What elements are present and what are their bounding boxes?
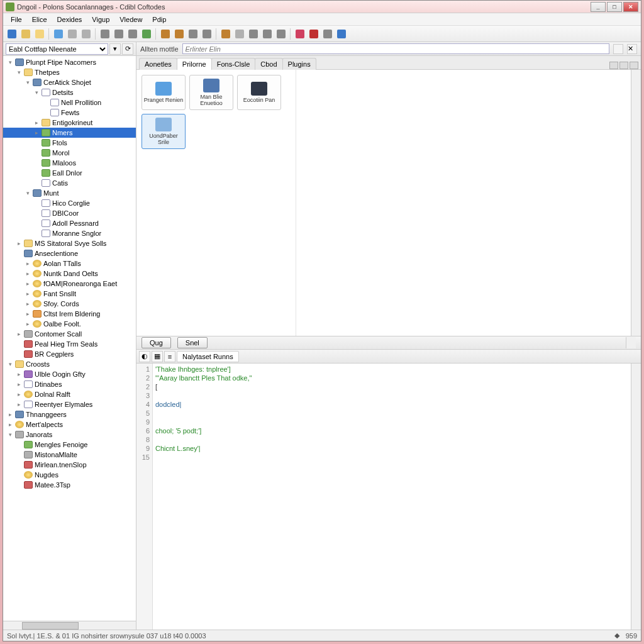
midbar-scroll-icon[interactable] [626, 337, 636, 348]
run-icon[interactable] [201, 28, 213, 40]
menu-pdip[interactable]: Pdip [147, 14, 171, 25]
expander-icon[interactable]: ▸ [16, 391, 22, 397]
expander-icon[interactable]: ▸ [25, 260, 31, 267]
itempane-vscroll[interactable] [631, 70, 641, 336]
tree-node[interactable]: ▸Contomer Scall [3, 329, 136, 339]
expander-icon[interactable]: ▸ [16, 371, 22, 377]
maximize-button[interactable]: □ [607, 2, 622, 12]
expander-icon[interactable]: ▾ [7, 59, 13, 65]
tree-node[interactable]: Moranne Snglor [3, 228, 136, 238]
tree-node[interactable]: ▸Thnanggeers [3, 409, 136, 419]
tree-node[interactable]: ▾Thetpes [3, 67, 136, 77]
menu-file[interactable]: File [6, 14, 27, 25]
expander-icon[interactable]: ▾ [25, 190, 31, 196]
editor-vscroll[interactable] [631, 364, 641, 630]
expander-icon[interactable]: ▸ [16, 401, 22, 408]
tree-node[interactable]: Adoll Pessnard [3, 218, 136, 228]
sidebar-collapse-button[interactable]: ▾ [109, 43, 121, 55]
grid-item[interactable]: Man Blie Enuetioo [189, 75, 233, 110]
tree-node[interactable]: ▾Munt [3, 188, 136, 198]
tree-node[interactable]: ▸Reentyer Elymales [3, 399, 136, 409]
filter-input[interactable] [182, 43, 609, 54]
tree-node[interactable]: ▸Oalbe Foolt. [3, 319, 136, 329]
expander-icon[interactable]: ▸ [25, 270, 31, 277]
tree-node[interactable]: ▾Janorats [3, 430, 136, 440]
tabstrip-close-icon[interactable] [630, 62, 638, 69]
menu-dexides[interactable]: Dexides [52, 14, 87, 25]
up-icon[interactable] [126, 28, 139, 40]
back-icon[interactable] [99, 28, 111, 40]
tree[interactable]: ▾Plunpt Ftipe Nacomers▾Thetpes▾CerAtick … [3, 56, 136, 621]
zoom-icon[interactable] [233, 28, 246, 40]
tabstrip-max-icon[interactable] [619, 62, 628, 69]
drop-icon[interactable] [187, 28, 199, 40]
grid-item[interactable]: UondPaber Srile [142, 114, 186, 149]
tree-node[interactable]: Nell Prollition [3, 97, 136, 108]
info-icon[interactable] [335, 28, 348, 40]
tree-node[interactable]: ▸Dolnal Ralft [3, 389, 136, 399]
tree-node[interactable]: ▸Nmers [3, 128, 136, 138]
tree-node[interactable]: ▸fOAM|Ronearonga Eaet [3, 279, 136, 289]
expander-icon[interactable]: ▸ [25, 321, 31, 327]
tree-node[interactable]: ▾Croosts [3, 359, 136, 369]
open-icon[interactable] [19, 28, 32, 40]
expander-icon[interactable]: ▸ [25, 301, 31, 307]
menu-vledew[interactable]: Vledew [114, 14, 147, 25]
tree-node[interactable]: Eall Dnlor [3, 168, 136, 178]
disk-icon[interactable] [52, 28, 65, 40]
cut-icon[interactable] [308, 28, 320, 40]
menu-vigup[interactable]: Vigup [87, 14, 114, 25]
expander-icon[interactable]: ▾ [33, 89, 40, 96]
link-icon[interactable] [247, 28, 260, 40]
folder-icon[interactable] [33, 28, 46, 40]
tree-node[interactable]: ▸Dtinabes [3, 379, 136, 389]
expander-icon[interactable]: ▸ [33, 119, 40, 126]
expander-icon[interactable]: ▸ [33, 130, 40, 136]
chat-icon[interactable] [321, 28, 334, 40]
tree-node[interactable]: ▸Fant Snsllt [3, 289, 136, 299]
sidebar-hscroll[interactable] [3, 621, 136, 630]
tree-node[interactable]: ▸Sfoy. Cords [3, 299, 136, 309]
code-editor[interactable]: 122345968915 'Thake Ihnbges: tnplree']"'… [136, 364, 641, 630]
tree-node[interactable]: ▸Entigokrineut [3, 118, 136, 128]
gear2-icon[interactable] [173, 28, 186, 40]
tree-node[interactable]: ▸MS Sitatoral Svye Solls [3, 238, 136, 248]
expander-icon[interactable]: ▸ [7, 421, 13, 428]
tab-fons-clsle[interactable]: Fons-Clsle [211, 58, 256, 70]
editor-globe-icon[interactable]: ◐ [139, 351, 150, 362]
grid-item[interactable]: Pranget Renien [142, 75, 186, 110]
editor-code[interactable]: 'Thake Ihnbges: tnplree']"'Aaray lbanctt… [153, 364, 631, 630]
tree-node[interactable]: Mirlean.tnenSlop [3, 460, 136, 470]
save-all-icon[interactable] [80, 28, 92, 40]
tree-node[interactable]: Matee.3Tsp [3, 480, 136, 490]
expander-icon[interactable]: ▸ [25, 311, 31, 317]
tree-node[interactable]: Nugdes [3, 470, 136, 480]
find-icon[interactable] [219, 28, 232, 40]
tree-node[interactable]: Peal Hieg Trm Seals [3, 339, 136, 349]
quit-button[interactable]: Qug [142, 337, 171, 348]
expander-icon[interactable]: ▾ [7, 361, 13, 367]
filter-search-icon[interactable] [613, 44, 623, 54]
tree-node[interactable]: Anseclentione [3, 248, 136, 258]
gear-icon[interactable] [159, 28, 172, 40]
scroll-thumb[interactable] [22, 622, 79, 630]
sidebar-refresh-button[interactable]: ⟳ [122, 43, 133, 55]
editor-tab[interactable]: Nalytaset Runns [177, 351, 239, 362]
expander-icon[interactable]: ▸ [16, 381, 22, 387]
tree-node[interactable]: ▸Ulble Oogin Gfty [3, 369, 136, 379]
close-button[interactable]: ✕ [623, 2, 638, 12]
expander-icon[interactable]: ▸ [7, 411, 13, 418]
editor-list-icon[interactable]: ≡ [164, 351, 175, 362]
tab-prilorne[interactable]: Prilorne [177, 58, 212, 70]
save-icon[interactable] [66, 28, 79, 40]
expander-icon[interactable]: ▾ [7, 431, 13, 438]
tree-node[interactable]: MistonaMlalte [3, 450, 136, 460]
tab-plugins[interactable]: Plugins [282, 58, 316, 70]
sidebar-dropdown[interactable]: Eabl Cottfap Nleenate [6, 43, 108, 55]
editor-grid-icon[interactable]: ▦ [152, 351, 163, 362]
expander-icon[interactable]: ▸ [25, 291, 31, 297]
tree-node[interactable]: BR Cegplers [3, 349, 136, 359]
tree-node[interactable]: ▸Nuntk Dand Oelts [3, 269, 136, 279]
fwd-icon[interactable] [113, 28, 125, 40]
tree-node[interactable]: DBICoor [3, 208, 136, 218]
